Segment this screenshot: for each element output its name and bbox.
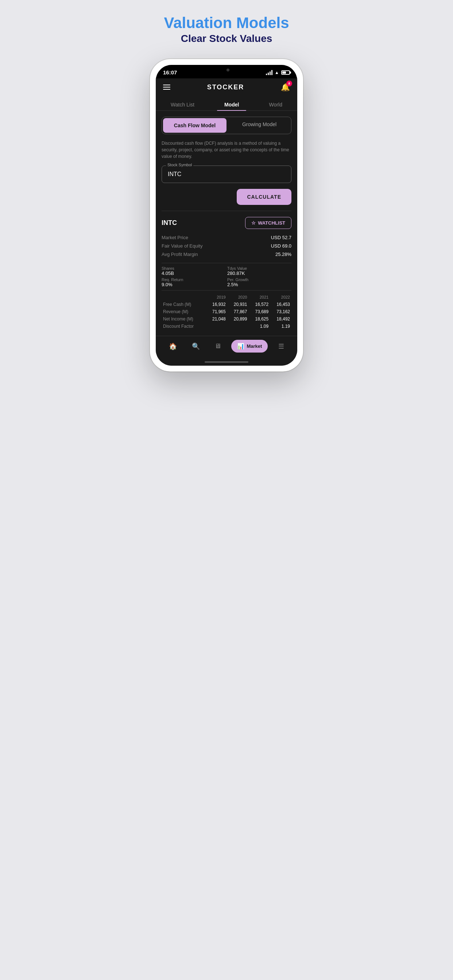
main-content: Cash Flow Model Growing Model Discounted… [156,111,297,336]
page-wrapper: Valuation Models Clear Stock Values 16:0… [139,14,314,372]
bell-button[interactable]: 🔔 8 [281,83,290,92]
tab-world[interactable]: World [262,99,290,110]
discount-factor-2020 [227,323,249,330]
signal-bar-1 [266,74,267,75]
free-cash-2022: 16,453 [270,301,292,308]
watchlist-button[interactable]: ☆ WATCHLIST [245,217,292,229]
menu-icon: ☰ [278,342,284,350]
growing-model-button[interactable]: Growing Model [228,117,291,134]
calculate-button[interactable]: CALCULATE [237,189,292,205]
metrics-grid: Market Price USD 52.7 Fair Value of Equi… [161,233,292,258]
notch [205,65,248,75]
headline-sub: Clear Stock Values [164,33,289,45]
free-cash-2021: 16,572 [248,301,270,308]
app-title: STOCKER [207,83,244,91]
divider-3 [161,290,292,291]
metric-label-2: Avg Profit Margin [161,251,198,257]
free-cash-label: Free Cash (M) [161,301,206,308]
data-item-per-growth: Per. Growth 2.5% [227,277,292,287]
star-icon: ☆ [251,220,256,226]
col-header-2019: 2019 [206,293,227,301]
tab-model[interactable]: Model [217,99,246,110]
table-row-net-income: Net Income (M) 21,048 20,899 18,625 18,4… [161,315,292,323]
nav-search[interactable]: 🔍 [187,340,204,353]
hamburger-menu-icon[interactable] [163,84,170,90]
phone-shell: 16:07 ▲ [150,59,303,372]
discount-factor-label: Discount Factor [161,323,206,330]
nav-market[interactable]: 📊 Market [231,340,268,353]
col-header-label [161,293,206,301]
search-icon: 🔍 [192,342,200,350]
cash-flow-model-button[interactable]: Cash Flow Model [163,118,226,133]
net-income-2020: 20,899 [227,315,249,323]
nav-screen[interactable]: 🖥 [210,340,225,352]
metric-value-0: USD 52.7 [271,235,292,240]
revenue-2021: 73,689 [248,308,270,315]
stock-symbol-label: Stock Symbol [166,162,193,167]
notification-badge: 8 [286,81,292,86]
data-section: Shares 4.05B Tdys Value 280.87K Req. Ret… [161,266,292,330]
metric-label-0: Market Price [161,235,188,240]
metric-row-1: Fair Value of Equity USD 69.0 [161,242,292,250]
divider-1 [161,211,292,211]
nav-tabs: Watch List Model World [156,96,297,111]
status-icons: ▲ [266,70,290,78]
market-label: Market [247,344,262,349]
stock-symbol-group: Stock Symbol [161,165,292,183]
notch-dot [226,68,230,72]
hamburger-line-1 [163,84,170,85]
data-item-tdys: Tdys Value 280.87K [227,266,292,276]
wifi-icon: ▲ [274,70,279,75]
hamburger-line-2 [163,87,170,88]
discount-factor-2022: 1.19 [270,323,292,330]
financial-table: 2019 2020 2021 2022 Free Cash (M) 16,932… [161,293,292,330]
signal-bar-4 [271,70,273,75]
data-grid: Shares 4.05B Tdys Value 280.87K Req. Ret… [161,266,292,287]
tdys-value: 280.87K [227,270,292,276]
per-growth-key: Per. Growth [227,277,292,282]
status-time: 16:07 [163,69,177,78]
signal-bar-2 [268,73,269,75]
headline-main: Valuation Models [164,14,289,31]
bottom-nav: 🏠 🔍 🖥 📊 Market ☰ [156,336,297,355]
net-income-label: Net Income (M) [161,315,206,323]
discount-factor-2019 [206,323,227,330]
req-return-key: Req. Return [161,277,226,282]
home-bar [205,361,248,363]
results-header: INTC ☆ WATCHLIST [161,217,292,229]
shares-key: Shares [161,266,226,270]
watchlist-label: WATCHLIST [258,220,285,226]
table-row-discount-factor: Discount Factor 1.09 1.19 [161,323,292,330]
revenue-2019: 71,965 [206,308,227,315]
signal-bars-icon [266,70,273,75]
home-icon: 🏠 [169,342,177,350]
nav-home[interactable]: 🏠 [164,340,181,353]
screen-icon: 🖥 [214,342,221,350]
revenue-2020: 77,867 [227,308,249,315]
tab-watchlist[interactable]: Watch List [163,99,202,110]
free-cash-2019: 16,932 [206,301,227,308]
req-return-value: 9.0% [161,282,226,287]
battery-icon [281,70,290,75]
revenue-label: Revenue (M) [161,308,206,315]
status-bar: 16:07 ▲ [156,65,297,78]
stock-symbol-input[interactable] [161,165,292,183]
description-text: Discounted cash flow (DCF) analysis is a… [161,140,292,160]
metric-row-2: Avg Profit Margin 25.28% [161,250,292,258]
market-icon: 📊 [237,343,244,350]
model-selector: Cash Flow Model Growing Model [161,117,292,134]
metric-row-0: Market Price USD 52.7 [161,233,292,242]
signal-bar-3 [270,72,271,75]
divider-2 [161,263,292,263]
col-header-2020: 2020 [227,293,249,301]
battery-fill [282,72,286,74]
metric-label-1: Fair Value of Equity [161,243,203,249]
nav-menu[interactable]: ☰ [274,340,289,353]
data-item-req-return: Req. Return 9.0% [161,277,226,287]
free-cash-2020: 20,931 [227,301,249,308]
home-indicator [156,355,297,366]
per-growth-value: 2.5% [227,282,292,287]
col-header-2022: 2022 [270,293,292,301]
phone-inner: 16:07 ▲ [156,65,297,366]
discount-factor-2021: 1.09 [248,323,270,330]
